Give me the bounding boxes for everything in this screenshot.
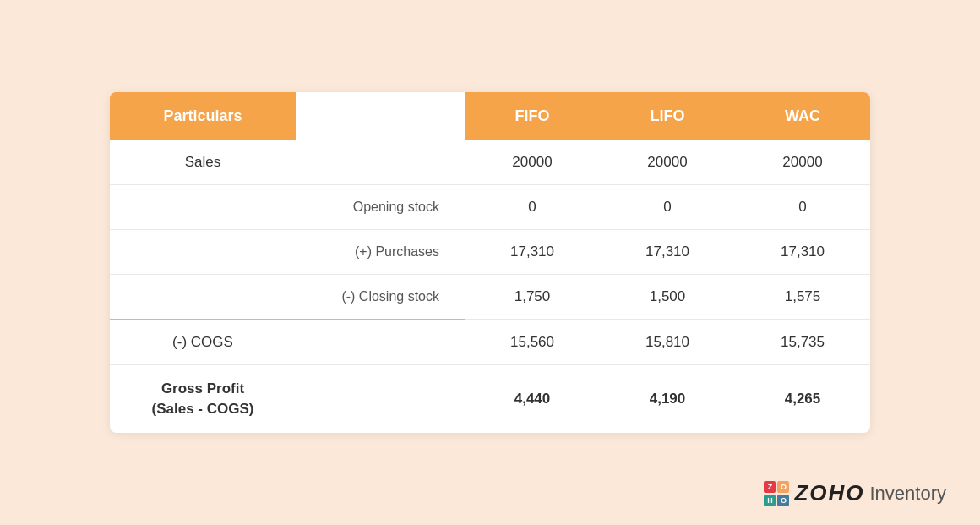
gross-profit-wac: 4,265 [735,364,870,432]
purchases-wac: 17,310 [735,230,870,275]
zoho-blocks-icon: Z O H O [764,481,789,506]
header-particulars: Particulars [110,92,296,140]
sales-wac: 20000 [735,140,870,185]
gross-profit-particulars: Gross Profit(Sales - COGS) [110,364,296,432]
header-fifo: FIFO [465,92,600,140]
header-lifo: LIFO [600,92,735,140]
sales-particulars: Sales [110,140,296,185]
closing-sub: (-) Closing stock [296,275,465,320]
cogs-fifo: 15,560 [465,320,600,365]
table-row: Sales 20000 20000 20000 [110,140,870,185]
comparison-table: Particulars FIFO LIFO WAC Sales 20000 20… [110,92,870,432]
zoho-brand-label: ZOHO [794,480,864,506]
cogs-lifo: 15,810 [600,320,735,365]
opening-sub: Opening stock [296,185,465,230]
sales-sub [296,140,465,185]
opening-fifo: 0 [465,185,600,230]
purchases-fifo: 17,310 [465,230,600,275]
page-wrapper: Particulars FIFO LIFO WAC Sales 20000 20… [0,0,980,525]
zoho-block-o: O [777,481,789,493]
closing-wac: 1,575 [735,275,870,320]
header-wac: WAC [735,92,870,140]
header-sub [296,92,465,140]
zoho-block-h: H [764,495,776,506]
opening-particulars [110,185,296,230]
table-container: Particulars FIFO LIFO WAC Sales 20000 20… [110,92,870,432]
table-row: (-) COGS 15,560 15,810 15,735 [110,320,870,365]
closing-fifo: 1,750 [465,275,600,320]
sales-fifo: 20000 [465,140,600,185]
table-row: Opening stock 0 0 0 [110,185,870,230]
opening-wac: 0 [735,185,870,230]
zoho-inventory-text: Inventory [870,483,947,505]
cogs-wac: 15,735 [735,320,870,365]
table-row: (-) Closing stock 1,750 1,500 1,575 [110,275,870,320]
closing-lifo: 1,500 [600,275,735,320]
sales-lifo: 20000 [600,140,735,185]
table-row: Gross Profit(Sales - COGS) 4,440 4,190 4… [110,364,870,432]
gross-profit-sub [296,364,465,432]
zoho-block-o2: O [777,495,789,506]
gross-profit-fifo: 4,440 [465,364,600,432]
purchases-sub: (+) Purchases [296,230,465,275]
closing-particulars [110,275,296,320]
purchases-particulars [110,230,296,275]
cogs-particulars: (-) COGS [110,320,296,365]
zoho-block-z: Z [764,481,776,493]
table-row: (+) Purchases 17,310 17,310 17,310 [110,230,870,275]
gross-profit-lifo: 4,190 [600,364,735,432]
cogs-sub [296,320,465,365]
opening-lifo: 0 [600,185,735,230]
zoho-logo: Z O H O ZOHO Inventory [764,480,946,506]
purchases-lifo: 17,310 [600,230,735,275]
